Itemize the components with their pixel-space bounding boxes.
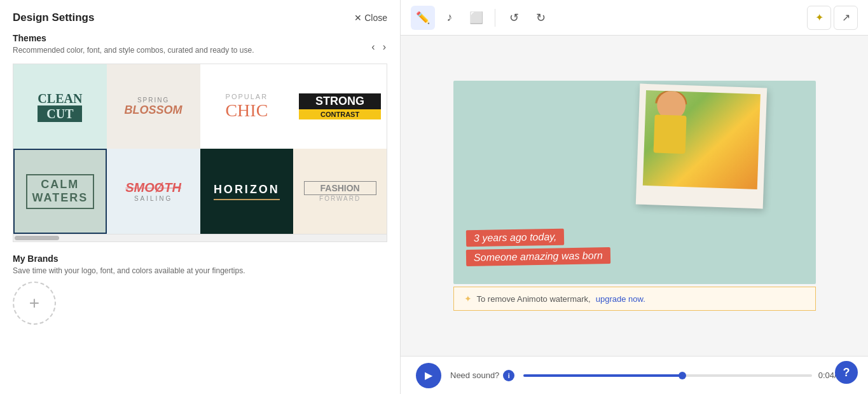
redo-icon: ↻ — [536, 11, 546, 25]
sparkle-icon: ✦ — [815, 11, 823, 24]
panel-header: Design Settings ✕ Close — [0, 0, 400, 33]
music-icon: ♪ — [447, 11, 453, 24]
play-button[interactable]: ▶ — [416, 363, 441, 388]
canvas-area: 3 years ago today, Someone amazing was b… — [401, 36, 868, 356]
sparkle-button[interactable]: ✦ — [807, 6, 831, 30]
themes-nav: ‹ › — [370, 41, 387, 53]
theme-strong-contrast[interactable]: STRONG CONTRAST — [293, 64, 387, 149]
pencil-tool-button[interactable]: ✏️ — [411, 6, 435, 30]
toolbar-history-group: ↺ ↻ — [502, 6, 553, 30]
progress-container: 0:04/0:14 — [523, 370, 853, 380]
themes-scroll-area[interactable]: CLEAN CUT SPRING BLOSSOM — [13, 64, 387, 234]
progress-dot — [679, 372, 686, 379]
horizontal-scroll-thumb — [15, 236, 59, 240]
watermark-message: To remove Animoto watermark, — [477, 294, 591, 304]
themes-title: Themes — [13, 33, 254, 43]
toolbar-right-group: ✦ ↗ — [807, 6, 858, 30]
theme-smooth-sailing-label: SMOØTH SAILING — [125, 180, 181, 202]
theme-popular-chic[interactable]: POPULAR CHIC — [200, 64, 294, 149]
need-sound: Need sound? i — [450, 370, 514, 381]
theme-fashion-forward-label: FASHION FORWARD — [304, 181, 376, 202]
watermark-bar: ✦ To remove Animoto watermark, upgrade n… — [453, 287, 816, 311]
my-brands-title: My Brands — [13, 254, 387, 264]
theme-strong-contrast-label: STRONG CONTRAST — [299, 93, 380, 119]
player-bar: ▶ Need sound? i 0:04/0:14 — [401, 356, 868, 394]
theme-clean-cut[interactable]: CLEAN CUT — [13, 64, 107, 149]
theme-horizon-label: HORIZON — [214, 183, 280, 200]
theme-fashion-forward[interactable]: FASHION FORWARD — [293, 149, 387, 233]
music-tool-button[interactable]: ♪ — [437, 6, 462, 30]
theme-spring-blossom[interactable]: SPRING BLOSSOM — [107, 64, 200, 149]
toolbar: ✏️ ♪ ⬜ ↺ ↻ ✦ ↗ — [401, 0, 868, 36]
play-icon: ▶ — [425, 369, 432, 381]
upgrade-link[interactable]: upgrade now. — [596, 294, 645, 304]
theme-calm-waters-label: CALMWATERS — [26, 174, 95, 209]
themes-grid: CLEAN CUT SPRING BLOSSOM — [13, 64, 387, 234]
progress-bar[interactable] — [523, 374, 811, 377]
export-button[interactable]: ↗ — [834, 6, 858, 30]
theme-clean-cut-label: CLEAN CUT — [38, 92, 82, 122]
theme-spring-blossom-label: SPRING BLOSSOM — [125, 97, 183, 117]
redo-button[interactable]: ↻ — [528, 6, 553, 30]
progress-fill — [523, 374, 682, 377]
help-icon: ? — [843, 366, 850, 379]
screen-tool-button[interactable]: ⬜ — [464, 6, 488, 30]
themes-grid-container: CLEAN CUT SPRING BLOSSOM — [13, 64, 387, 242]
close-icon: ✕ — [354, 13, 362, 23]
video-canvas: 3 years ago today, Someone amazing was b… — [453, 81, 816, 284]
add-brand-button[interactable]: + — [13, 282, 56, 325]
theme-popular-chic-label: POPULAR CHIC — [225, 93, 268, 121]
close-button[interactable]: ✕ Close — [354, 13, 387, 23]
pencil-icon: ✏️ — [416, 11, 430, 25]
themes-next-button[interactable]: › — [382, 41, 387, 53]
help-button[interactable]: ? — [835, 361, 858, 384]
panel-content: Themes Recommended color, font, and styl… — [0, 33, 400, 394]
text-overlay: 3 years ago today, Someone amazing was b… — [466, 229, 720, 265]
themes-header: Themes Recommended color, font, and styl… — [13, 33, 387, 61]
theme-calm-waters[interactable]: CALMWATERS — [13, 149, 107, 233]
panel-title: Design Settings — [13, 11, 94, 24]
left-panel: Design Settings ✕ Close Themes Recommend… — [0, 0, 401, 394]
screen-icon: ⬜ — [469, 11, 483, 25]
polaroid-photo — [635, 84, 767, 209]
themes-section-title: Themes Recommended color, font, and styl… — [13, 33, 254, 61]
export-icon: ↗ — [842, 11, 850, 24]
theme-horizon[interactable]: HORIZON — [200, 149, 294, 233]
my-brands-desc: Save time with your logo, font, and colo… — [13, 266, 387, 275]
child-body — [653, 114, 686, 154]
star-icon: ✦ — [464, 294, 472, 304]
undo-icon: ↺ — [509, 11, 519, 25]
themes-desc: Recommended color, font, and style combo… — [13, 46, 254, 55]
close-label: Close — [364, 13, 387, 23]
right-panel: ✏️ ♪ ⬜ ↺ ↻ ✦ ↗ — [401, 0, 868, 394]
toolbar-tools-group: ✏️ ♪ ⬜ — [411, 6, 488, 30]
theme-smooth-sailing[interactable]: SMOØTH SAILING — [107, 149, 200, 233]
toolbar-divider-1 — [495, 9, 495, 27]
my-brands-section: My Brands Save time with your logo, font… — [13, 242, 387, 325]
themes-prev-button[interactable]: ‹ — [370, 41, 376, 53]
text-line-1: 3 years ago today, — [465, 229, 564, 247]
text-line-2: Someone amazing was born — [465, 247, 610, 266]
horizontal-scrollbar[interactable] — [13, 234, 387, 241]
undo-button[interactable]: ↺ — [502, 6, 526, 30]
info-icon[interactable]: i — [503, 370, 514, 381]
polaroid-image — [642, 90, 760, 189]
need-sound-label: Need sound? — [450, 370, 499, 380]
plus-icon: + — [29, 293, 39, 313]
